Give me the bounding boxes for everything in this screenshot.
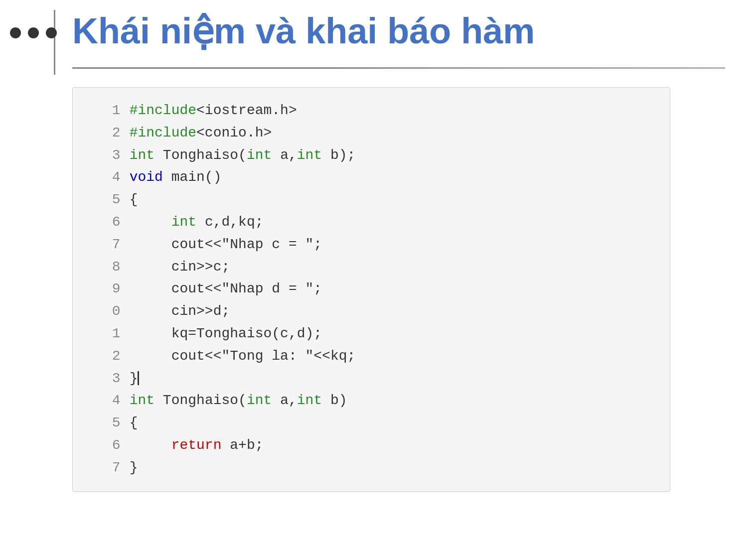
line-code-10: cin>>d;	[130, 300, 655, 323]
code-line-14: 4 int Tonghaiso(int a,int b)	[88, 390, 655, 412]
line-code-11: kq=Tonghaiso(c,d);	[130, 323, 655, 345]
line-num-9: 9	[88, 278, 130, 300]
code-line-11: 1 kq=Tonghaiso(c,d);	[88, 323, 655, 345]
code-line-1: 1 #include<iostream.h>	[88, 100, 655, 122]
line-code-9: cout<<"Nhap d = ";	[130, 278, 655, 300]
line-code-3: int Tonghaiso(int a,int b);	[130, 144, 655, 167]
line-code-4: void main()	[130, 166, 655, 189]
line-num-16: 6	[88, 434, 130, 457]
line-num-3: 3	[88, 144, 130, 167]
code-line-12: 2 cout<<"Tong la: "<<kq;	[88, 345, 655, 368]
code-line-16: 6 return a+b;	[88, 434, 655, 457]
line-num-5: 5	[88, 189, 130, 211]
line-code-8: cin>>c;	[130, 256, 655, 279]
code-line-7: 7 cout<<"Nhap c = ";	[88, 234, 655, 256]
line-code-14: int Tonghaiso(int a,int b)	[130, 390, 655, 412]
slide-title: Khái niệm và khai báo hàm	[72, 10, 535, 52]
code-line-17: 7 }	[88, 457, 655, 479]
line-num-17: 7	[88, 457, 130, 479]
line-num-8: 8	[88, 256, 130, 279]
line-code-15: {	[130, 412, 655, 434]
line-code-16: return a+b;	[130, 434, 655, 457]
line-code-5: {	[130, 189, 655, 211]
line-code-12: cout<<"Tong la: "<<kq;	[130, 345, 655, 368]
code-block: 1 #include<iostream.h> 2 #include<conio.…	[72, 87, 670, 492]
title-rule	[72, 67, 725, 69]
line-num-2: 2	[88, 122, 130, 144]
text-cursor	[138, 371, 139, 385]
line-code-2: #include<conio.h>	[130, 122, 655, 144]
line-num-11: 1	[88, 323, 130, 345]
line-code-6: int c,d,kq;	[130, 211, 655, 234]
dot-3	[46, 27, 57, 38]
line-num-4: 4	[88, 166, 130, 189]
line-code-13: }	[130, 368, 655, 390]
line-num-6: 6	[88, 211, 130, 234]
code-line-6: 6 int c,d,kq;	[88, 211, 655, 234]
line-num-14: 4	[88, 390, 130, 412]
slide: Khái niệm và khai báo hàm 1 #include<ios…	[0, 0, 747, 560]
line-num-10: 0	[88, 300, 130, 323]
code-line-13: 3 }	[88, 368, 655, 390]
code-line-5: 5 {	[88, 189, 655, 211]
code-line-15: 5 {	[88, 412, 655, 434]
line-code-1: #include<iostream.h>	[130, 100, 655, 122]
code-line-4: 4 void main()	[88, 166, 655, 189]
code-line-10: 0 cin>>d;	[88, 300, 655, 323]
line-num-12: 2	[88, 345, 130, 368]
line-num-13: 3	[88, 368, 130, 390]
line-num-15: 5	[88, 412, 130, 434]
code-line-2: 2 #include<conio.h>	[88, 122, 655, 144]
code-table: 1 #include<iostream.h> 2 #include<conio.…	[88, 100, 655, 479]
left-border-accent	[54, 10, 55, 75]
dots-decoration	[10, 27, 57, 38]
dot-2	[28, 27, 39, 38]
code-line-9: 9 cout<<"Nhap d = ";	[88, 278, 655, 300]
code-line-3: 3 int Tonghaiso(int a,int b);	[88, 144, 655, 167]
line-code-17: }	[130, 457, 655, 479]
dot-1	[10, 27, 21, 38]
line-num-7: 7	[88, 234, 130, 256]
line-code-7: cout<<"Nhap c = ";	[130, 234, 655, 256]
code-line-8: 8 cin>>c;	[88, 256, 655, 279]
line-num-1: 1	[88, 100, 130, 122]
